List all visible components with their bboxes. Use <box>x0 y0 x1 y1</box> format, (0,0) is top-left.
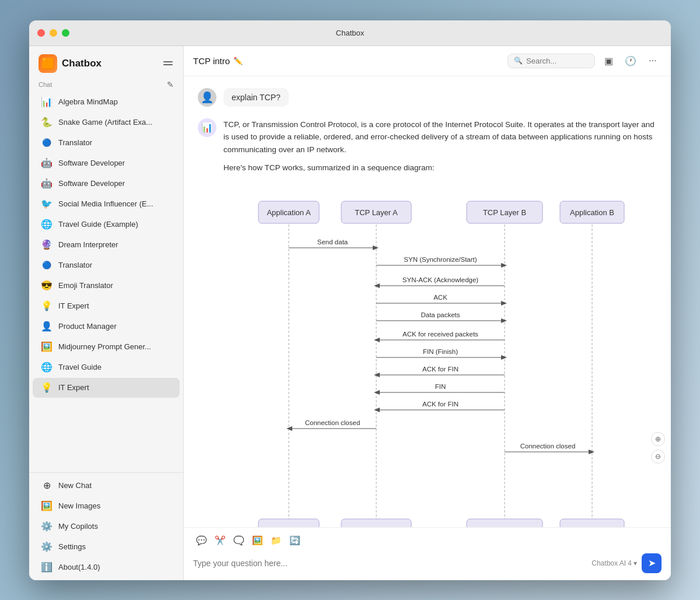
sidebar-item-mycopilots[interactable]: ⚙️ My Copilots <box>33 517 180 536</box>
emoji-icon: 😎 <box>41 280 52 292</box>
sidebar-item-translator2[interactable]: 🔵 Translator <box>33 255 180 275</box>
dream-icon: 🔮 <box>41 239 52 251</box>
refresh-button[interactable]: 🔄 <box>286 532 303 549</box>
actor-appB-top: Application B <box>570 208 614 217</box>
sidebar-item-label: Emoji Translator <box>58 281 172 290</box>
svg-marker-19 <box>374 338 380 342</box>
actor-appA-top: Application A <box>267 208 310 217</box>
svg-marker-15 <box>501 301 507 306</box>
main-header: TCP intro ✏️ 🔍 ▣ 🕐 ··· <box>184 46 671 76</box>
sidebar-item-algebra[interactable]: 📊 Algebra MindMap <box>33 92 180 112</box>
sidebar-item-label: Translator <box>58 138 172 147</box>
more-button[interactable]: ··· <box>644 52 662 69</box>
newchat-icon: ⊕ <box>41 480 52 492</box>
header-actions: 🔍 ▣ 🕐 ··· <box>508 52 662 69</box>
minimize-button[interactable] <box>50 29 57 37</box>
window-controls <box>37 29 69 37</box>
folder-button[interactable]: 📁 <box>268 532 284 549</box>
maximize-button[interactable] <box>62 29 69 37</box>
sidebar-item-midjourney[interactable]: 🖼️ Midjourney Prompt Gener... <box>33 337 180 357</box>
history-button[interactable]: 🕐 <box>622 52 639 69</box>
sidebar-item-itexpert1[interactable]: 💡 IT Expert <box>33 296 180 316</box>
svg-marker-25 <box>374 390 380 395</box>
search-box[interactable]: 🔍 <box>508 54 595 68</box>
translator-icon: 🔵 <box>41 137 52 149</box>
travel-icon: 🌐 <box>41 219 52 230</box>
comment-button[interactable]: 🗨️ <box>230 532 247 549</box>
sidebar-item-softdev1[interactable]: 🤖 Software Developer <box>33 153 180 173</box>
pm-icon: 👤 <box>41 321 52 332</box>
msg-ack: ACK <box>433 294 447 301</box>
input-row: Chatbox AI 4 ▾ ➤ <box>193 553 662 573</box>
sequence-diagram: Application A TCP Layer A TCP Layer B Ap… <box>223 184 657 527</box>
app-icon: 🟧 <box>38 54 57 73</box>
sidebar-item-pm[interactable]: 👤 Product Manager <box>33 317 180 336</box>
chat-title-text: TCP intro <box>193 56 230 66</box>
newimages-icon: 🖼️ <box>41 500 52 512</box>
input-area: 💬 ✂️ 🗨️ 🖼️ 📁 🔄 Chatbox AI 4 ▾ <box>184 527 671 580</box>
mycopilots-icon: ⚙️ <box>41 521 52 532</box>
chat-main: TCP intro ✏️ 🔍 ▣ 🕐 ··· <box>184 46 671 580</box>
scroll-down-button[interactable]: ⊖ <box>651 450 665 464</box>
msg-conn-closed1: Connection closed <box>304 419 360 426</box>
about-label: About(1.4.0) <box>58 563 172 571</box>
about-icon: ℹ️ <box>41 562 52 573</box>
sidebar-item-travel1[interactable]: 🌐 Travel Guide (Example) <box>33 215 180 234</box>
sidebar-item-about[interactable]: ℹ️ About(1.4.0) <box>33 557 180 577</box>
svg-marker-13 <box>374 283 380 288</box>
midjourney-icon: 🖼️ <box>41 341 52 353</box>
app-body: 🟧 Chatbox Chat ✎ 📊 Algebra MindMap 🐍 <box>29 46 671 580</box>
chevron-down-icon: ▾ <box>634 559 637 567</box>
sidebar-toggle-button[interactable] <box>162 58 174 69</box>
svg-marker-31 <box>589 450 594 454</box>
chat-mode-button[interactable]: 💬 <box>193 532 209 549</box>
toggle-sidebar-button[interactable]: ▣ <box>600 52 617 69</box>
new-chat-icon[interactable]: ✎ <box>167 80 174 89</box>
sidebar-item-softdev2[interactable]: 🤖 Software Developer <box>33 174 180 194</box>
sidebar-item-label: IT Expert <box>58 301 172 310</box>
scroll-up-button[interactable]: ⊕ <box>651 432 665 446</box>
input-right: Chatbox AI 4 ▾ ➤ <box>592 553 662 573</box>
snake-icon: 🐍 <box>41 117 52 128</box>
message-input[interactable] <box>193 559 586 568</box>
ai-message-bubble: TCP, or Transmission Control Protocol, i… <box>223 118 657 527</box>
msg-fin: FIN (Finish) <box>422 348 457 355</box>
softdev-icon: 🤖 <box>41 157 52 169</box>
sidebar-item-newchat[interactable]: ⊕ New Chat <box>33 476 180 496</box>
app-logo: 🟧 Chatbox <box>38 54 102 73</box>
user-message-text: explain TCP? <box>223 88 289 107</box>
model-name: Chatbox AI 4 <box>592 559 632 567</box>
actor-tcpA-top: TCP Layer A <box>355 208 398 217</box>
translator2-icon: 🔵 <box>41 259 52 271</box>
mycopilots-label: My Copilots <box>58 522 172 531</box>
search-input[interactable] <box>526 57 589 65</box>
sidebar-item-snake[interactable]: 🐍 Snake Game (Artifact Exa... <box>33 113 180 132</box>
sidebar-item-label: Social Media Influencer (E... <box>58 199 172 208</box>
search-icon: 🔍 <box>514 57 523 65</box>
svg-marker-11 <box>501 263 507 268</box>
sidebar-item-newimages[interactable]: 🖼️ New Images <box>33 496 180 516</box>
sidebar-item-itexpert2[interactable]: 💡 IT Expert <box>33 378 180 398</box>
travel2-icon: 🌐 <box>41 362 52 373</box>
send-button[interactable]: ➤ <box>642 553 662 573</box>
sidebar-item-label: Translator <box>58 261 172 269</box>
sidebar-item-translator1[interactable]: 🔵 Translator <box>33 133 180 153</box>
msg-conn-closed2: Connection closed <box>520 443 575 450</box>
app-window: Chatbox 🟧 Chatbox Chat ✎ 📊 <box>29 20 671 580</box>
image-button[interactable]: 🖼️ <box>249 532 265 549</box>
edit-title-icon[interactable]: ✏️ <box>233 57 243 65</box>
sidebar-item-dream[interactable]: 🔮 Dream Interpreter <box>33 235 180 255</box>
input-toolbar: 💬 ✂️ 🗨️ 🖼️ 📁 🔄 <box>193 532 662 549</box>
messages-area: 👤 explain TCP? 📊 TCP, or Transmission Co… <box>184 76 671 527</box>
sidebar-item-label: Dream Interpreter <box>58 240 172 249</box>
model-selector[interactable]: Chatbox AI 4 ▾ <box>592 559 637 567</box>
msg-synack: SYN-ACK (Acknowledge) <box>402 276 478 283</box>
svg-marker-21 <box>501 355 507 360</box>
user-message: 👤 explain TCP? <box>198 88 657 107</box>
sidebar-item-emoji[interactable]: 😎 Emoji Translator <box>33 276 180 296</box>
crop-button[interactable]: ✂️ <box>212 532 228 549</box>
sidebar-item-social[interactable]: 🐦 Social Media Influencer (E... <box>33 194 180 214</box>
sidebar-item-travel2[interactable]: 🌐 Travel Guide <box>33 357 180 377</box>
sidebar-item-settings[interactable]: ⚙️ Settings <box>33 537 180 557</box>
close-button[interactable] <box>37 29 45 37</box>
